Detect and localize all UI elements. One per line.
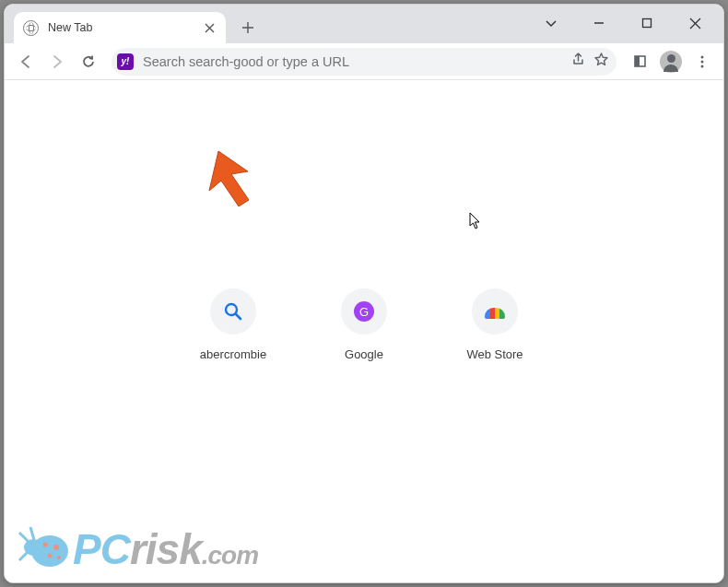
tab-strip: New Tab xyxy=(5,5,723,43)
google-icon: G xyxy=(354,301,374,322)
svg-point-13 xyxy=(57,556,61,559)
bug-icon xyxy=(18,522,73,577)
search-engine-icon: y! xyxy=(117,53,134,70)
new-tab-page: abercrombie G Google Web Store xyxy=(5,80,723,582)
address-bar[interactable]: y! xyxy=(112,48,616,76)
new-tab-button[interactable] xyxy=(235,15,261,41)
reload-button[interactable] xyxy=(75,48,102,76)
svg-rect-0 xyxy=(643,19,652,28)
svg-point-10 xyxy=(43,543,48,547)
bookmark-icon[interactable] xyxy=(593,52,609,71)
cursor-icon xyxy=(469,212,482,234)
toolbar: y! xyxy=(5,43,723,80)
back-button[interactable] xyxy=(12,48,40,76)
extensions-button[interactable] xyxy=(626,48,653,76)
svg-point-3 xyxy=(701,55,704,58)
shortcut-label: abercrombie xyxy=(200,347,266,361)
shortcut-label: Google xyxy=(345,347,383,361)
maximize-button[interactable] xyxy=(633,9,661,37)
svg-point-9 xyxy=(24,539,42,556)
browser-window: New Tab xyxy=(4,4,724,583)
shortcut-web-store[interactable]: Web Store xyxy=(452,288,537,361)
browser-tab[interactable]: New Tab xyxy=(14,12,226,43)
svg-point-12 xyxy=(48,554,53,558)
watermark-text-suffix: .com xyxy=(202,541,258,569)
shortcut-label: Web Store xyxy=(466,347,523,361)
close-tab-icon[interactable] xyxy=(202,20,217,35)
watermark-text-pc: PC xyxy=(73,525,130,573)
forward-button[interactable] xyxy=(43,48,71,76)
profile-button[interactable] xyxy=(657,48,685,76)
svg-point-4 xyxy=(701,60,704,63)
watermark-text-risk: risk xyxy=(130,525,202,573)
globe-icon xyxy=(23,20,39,36)
svg-rect-2 xyxy=(635,56,640,66)
shortcut-abercrombie[interactable]: abercrombie xyxy=(191,288,276,361)
minimize-button[interactable] xyxy=(585,9,613,37)
shortcut-google[interactable]: G Google xyxy=(322,288,406,361)
shortcut-row: abercrombie G Google Web Store xyxy=(5,288,723,361)
svg-point-5 xyxy=(701,65,704,67)
svg-point-8 xyxy=(31,535,68,567)
share-icon[interactable] xyxy=(570,52,586,71)
svg-marker-7 xyxy=(209,151,249,206)
window-controls xyxy=(537,5,718,41)
avatar-icon xyxy=(660,51,682,73)
url-input[interactable] xyxy=(143,54,570,69)
web-store-icon xyxy=(485,308,505,319)
tab-search-button[interactable] xyxy=(537,9,565,37)
pcrisk-watermark: PCrisk.com xyxy=(18,522,258,577)
search-icon xyxy=(223,301,243,322)
close-window-button[interactable] xyxy=(681,9,709,37)
tab-title: New Tab xyxy=(48,21,202,34)
chrome-menu-button[interactable] xyxy=(688,48,716,76)
svg-point-11 xyxy=(53,545,59,550)
annotation-arrow-icon xyxy=(198,149,263,214)
